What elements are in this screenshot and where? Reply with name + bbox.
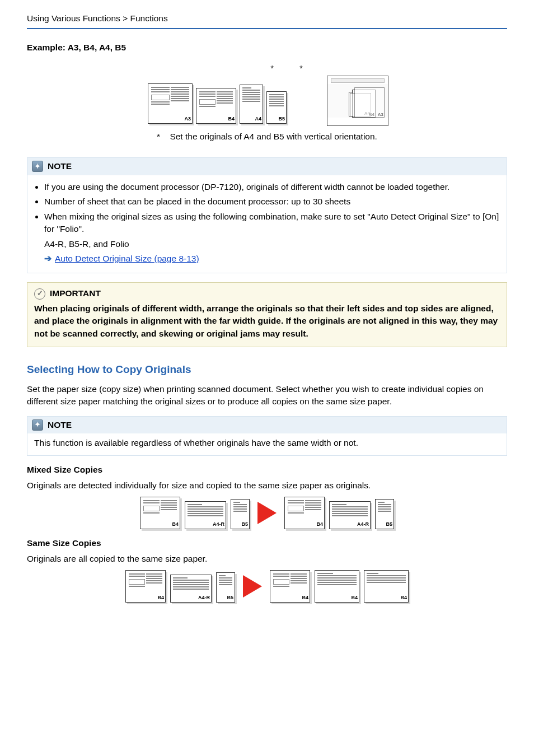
check-icon: ✓ <box>34 288 45 300</box>
note-title: NOTE <box>48 419 72 431</box>
original-a4: A4 <box>240 85 263 124</box>
note-title: NOTE <box>48 160 72 172</box>
auto-detect-link[interactable]: Auto Detect Original Size (page 8-13) <box>55 254 199 263</box>
example-heading: Example: A3, B4, A4, B5 <box>27 41 507 54</box>
original-b4: B4 <box>196 88 236 124</box>
same-desc: Originals are all copied to the same siz… <box>27 553 507 565</box>
important-body: When placing originals of different widt… <box>34 302 500 340</box>
example-diagram: A3 B4 A4 B5 B5 B4 <box>27 76 507 126</box>
arrow-right-icon <box>243 575 262 598</box>
breadcrumb: Using Various Functions > Functions <box>27 12 507 29</box>
section-heading: Selecting How to Copy Originals <box>27 362 507 377</box>
section-paragraph: Set the paper size (copy size) when prin… <box>27 383 507 408</box>
arrow-right-icon <box>257 502 277 524</box>
note-body: This function is available regardless of… <box>27 433 507 455</box>
original-b5: B5 <box>266 91 287 124</box>
note-callout: ✦ NOTE If you are using the document pro… <box>27 157 507 273</box>
important-title: IMPORTANT <box>50 287 101 300</box>
note-item: If you are using the document processor … <box>44 181 500 193</box>
footnote: * Set the originals of A4 and B5 with ve… <box>27 130 507 143</box>
same-flow-diagram: B4 A4-R B5 B4 B4 B4 <box>27 570 507 603</box>
asterisk-marker: * <box>299 62 303 74</box>
important-callout: ✓ IMPORTANT When placing originals of di… <box>27 282 507 347</box>
arrow-icon: ➔ <box>44 254 51 263</box>
mixed-heading: Mixed Size Copies <box>27 464 507 476</box>
original-a3: A3 <box>148 83 193 124</box>
note-callout-2: ✦ NOTE This function is available regard… <box>27 416 507 456</box>
mixed-flow-diagram: B4 A4-R B5 B4 A4-R B5 <box>27 497 507 529</box>
asterisk-marker: * <box>270 62 274 74</box>
mixed-desc: Originals are detected individually for … <box>27 479 507 492</box>
same-heading: Same Size Copies <box>27 537 507 549</box>
machine-illustration: B5 B4 A4 A3 <box>327 76 388 126</box>
note-item: When mixing the original sizes as using … <box>44 211 500 265</box>
note-icon: ✦ <box>32 419 43 431</box>
note-icon: ✦ <box>32 161 43 172</box>
note-item: Number of sheet that can be placed in th… <box>44 195 500 208</box>
